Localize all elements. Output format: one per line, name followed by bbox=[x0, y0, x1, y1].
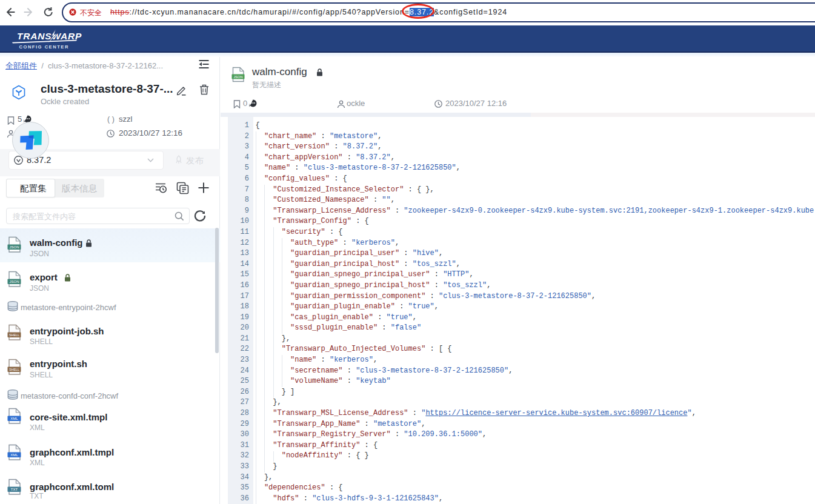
svg-text:TXT: TXT bbox=[11, 488, 18, 491]
svg-text:XML: XML bbox=[10, 453, 18, 457]
svg-text:SHELL: SHELL bbox=[9, 333, 19, 337]
svg-text:SHELL: SHELL bbox=[9, 368, 19, 371]
svg-text:JSON: JSON bbox=[9, 245, 19, 249]
svg-text:XML: XML bbox=[10, 417, 18, 420]
svg-text:JSON: JSON bbox=[234, 75, 243, 79]
svg-text:JSON: JSON bbox=[9, 280, 19, 284]
